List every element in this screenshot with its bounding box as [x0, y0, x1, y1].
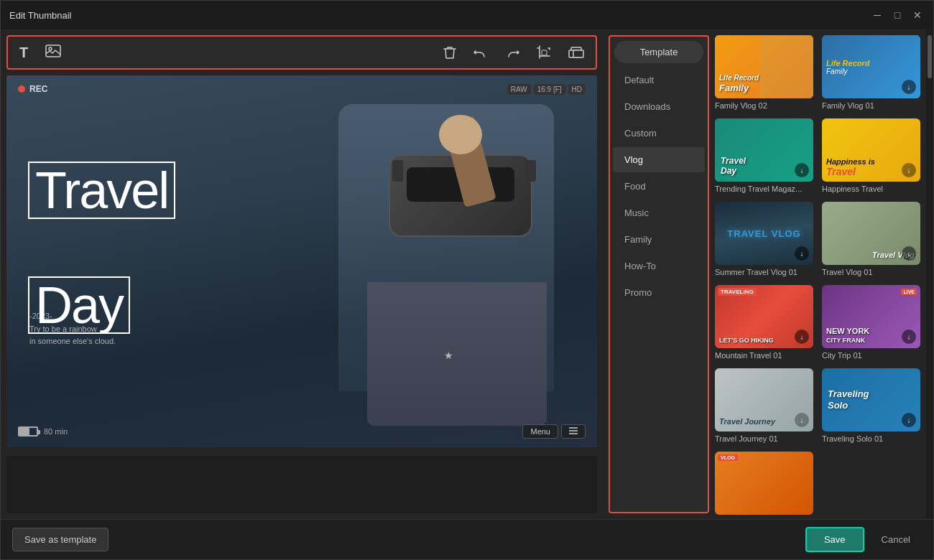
close-button[interactable]: ✕ — [910, 8, 925, 22]
ratio-badge: 16:9 [F] — [534, 84, 565, 95]
download-icon-solo: ↓ — [902, 413, 916, 427]
svg-rect-5 — [573, 50, 583, 57]
undo-button[interactable] — [471, 42, 491, 62]
cancel-button[interactable]: Cancel — [870, 527, 922, 552]
sidebar-item-default[interactable]: Default — [613, 67, 705, 93]
template-thumb-travel-journey: Travel Journey ↓ — [715, 368, 813, 431]
rec-label: REC — [29, 84, 47, 94]
canvas-area: ★ Travel Day REC RAW 16:9 [F] HD — [6, 75, 597, 447]
sidebar-item-template[interactable]: Template — [614, 41, 703, 63]
template-label-traveling-solo: Traveling Solo 01 — [822, 434, 920, 443]
year-label: -2023- — [29, 310, 116, 322]
raw-badge: RAW — [507, 84, 531, 95]
download-icon-summer: ↓ — [795, 246, 809, 261]
save-button[interactable]: Save — [805, 527, 864, 552]
scrollbar-track[interactable] — [926, 29, 933, 519]
layers-button[interactable] — [565, 42, 587, 62]
bottom-right-buttons: Save Cancel — [805, 527, 922, 552]
svg-rect-0 — [46, 45, 60, 57]
video-quote: -2023- Try to be a rainbow in someone el… — [29, 310, 116, 347]
download-icon-travel-vlog: ↓ — [902, 246, 916, 261]
time-label: 80 min — [44, 427, 68, 436]
video-bottom: 80 min Menu — [18, 424, 586, 439]
svg-rect-2 — [542, 50, 547, 55]
save-as-template-button[interactable]: Save as template — [12, 528, 108, 551]
template-thumb-trending-travel: TravelDay ↓ — [715, 118, 813, 182]
redo-button[interactable] — [502, 42, 522, 62]
template-thumb-happiness-travel: Happiness isTravel ↓ — [822, 118, 920, 182]
template-item-trending-travel[interactable]: TravelDay ↓ Trending Travel Magaz... — [715, 118, 813, 193]
main-window: Edit Thumbnail ─ □ ✕ T — [0, 0, 934, 560]
battery-time: 80 min — [18, 426, 68, 437]
window-controls: ─ □ ✕ — [870, 8, 925, 22]
template-thumb-traveling-solo: TravelingSolo ↓ — [822, 368, 920, 431]
video-preview: ★ Travel Day REC RAW 16:9 [F] HD — [6, 75, 597, 447]
rec-indicator: REC — [18, 84, 47, 94]
bottom-bar: Save as template Save Cancel — [1, 519, 933, 559]
download-icon-trending: ↓ — [795, 163, 809, 177]
bottom-strip — [6, 456, 597, 513]
template-label-family-vlog-01: Family Vlog 01 — [822, 101, 920, 110]
template-thumb-extra: VLOG — [715, 452, 813, 515]
sidebar-item-music[interactable]: Music — [613, 200, 705, 225]
quote-text: Try to be a rainbow in someone else's cl… — [29, 323, 116, 347]
template-thumb-family-vlog-01: Life Record Family ↓ — [822, 35, 920, 98]
template-label-trending-travel: Trending Travel Magaz... — [715, 185, 813, 193]
crop-icon — [537, 45, 551, 60]
hd-badge: HD — [568, 84, 586, 95]
template-label-summer-travel: Summer Travel Vlog 01 — [715, 268, 813, 276]
left-panel: T — [1, 29, 603, 519]
sidebar-item-promo[interactable]: Promo — [613, 280, 705, 305]
template-label-travel-journey: Travel Journey 01 — [715, 434, 813, 443]
window-title: Edit Thumbnail — [9, 10, 71, 21]
template-item-summer-travel[interactable]: TRAVEL VLOG ↓ Summer Travel Vlog 01 — [715, 202, 813, 276]
templates-grid: Life RecordFamily Family Vlog 02 — [709, 29, 926, 519]
sidebar-item-howto[interactable]: How-To — [613, 253, 705, 279]
download-icon-fv01: ↓ — [902, 80, 916, 94]
text-icon: T — [19, 45, 28, 61]
delete-button[interactable] — [440, 42, 459, 62]
delete-icon — [443, 45, 456, 60]
title-bar: Edit Thumbnail ─ □ ✕ — [1, 1, 933, 29]
template-thumb-mountain-travel: TRAVELING LET'S GO HIKING ↓ — [715, 285, 813, 348]
list-button[interactable] — [561, 424, 586, 439]
template-label-mountain-travel: Mountain Travel 01 — [715, 351, 813, 360]
list-icon — [569, 427, 578, 434]
sidebar-item-food[interactable]: Food — [613, 174, 705, 199]
template-item-travel-journey[interactable]: Travel Journey ↓ Travel Journey 01 — [715, 368, 813, 443]
crop-button[interactable] — [534, 42, 554, 62]
template-label-city-trip: City Trip 01 — [822, 351, 920, 360]
template-thumb-travel-vlog-01: Travel Vlog ↓ — [822, 202, 920, 265]
template-item-family-vlog-02[interactable]: Life RecordFamily Family Vlog 02 — [715, 35, 813, 110]
template-item-mountain-travel[interactable]: TRAVELING LET'S GO HIKING ↓ Mountain Tra… — [715, 285, 813, 360]
download-icon-mountain: ↓ — [795, 330, 809, 344]
video-badges: RAW 16:9 [F] HD — [507, 84, 586, 95]
image-icon — [45, 45, 61, 61]
main-content: T — [1, 29, 933, 519]
template-item-traveling-solo[interactable]: TravelingSolo ↓ Traveling Solo 01 — [822, 368, 920, 443]
template-thumb-family-vlog-02: Life RecordFamily — [715, 35, 813, 98]
sidebar-item-family[interactable]: Family — [613, 227, 705, 252]
sidebar-item-downloads[interactable]: Downloads — [613, 94, 705, 119]
right-panel: Template Default Downloads Custom Vlog F… — [603, 29, 933, 519]
template-item-happiness-travel[interactable]: Happiness isTravel ↓ Happiness Travel — [822, 118, 920, 193]
template-item-travel-vlog-01[interactable]: Travel Vlog ↓ Travel Vlog 01 — [822, 202, 920, 276]
add-text-button[interactable]: T — [17, 42, 31, 64]
sidebar-nav: Template Default Downloads Custom Vlog F… — [609, 35, 709, 513]
battery-icon — [18, 426, 38, 437]
template-item-extra[interactable]: VLOG — [715, 452, 813, 518]
scrollbar-thumb[interactable] — [928, 35, 932, 78]
template-label-travel-vlog-01: Travel Vlog 01 — [822, 268, 920, 276]
add-image-button[interactable] — [42, 42, 64, 64]
template-item-family-vlog-01[interactable]: Life Record Family ↓ Family Vlog 01 — [822, 35, 920, 110]
minimize-button[interactable]: ─ — [870, 8, 884, 22]
download-icon-journey: ↓ — [795, 413, 809, 427]
template-thumb-summer-travel: TRAVEL VLOG ↓ — [715, 202, 813, 265]
sidebar-item-vlog[interactable]: Vlog — [613, 147, 705, 172]
layers-icon — [568, 45, 584, 60]
video-text-travel: Travel — [28, 162, 175, 219]
maximize-button[interactable]: □ — [890, 8, 905, 22]
sidebar-item-custom[interactable]: Custom — [613, 121, 705, 146]
menu-button[interactable]: Menu — [522, 424, 558, 439]
template-item-city-trip[interactable]: LIVE NEW YORKCITY FRANK ↓ City Trip 01 — [822, 285, 920, 360]
